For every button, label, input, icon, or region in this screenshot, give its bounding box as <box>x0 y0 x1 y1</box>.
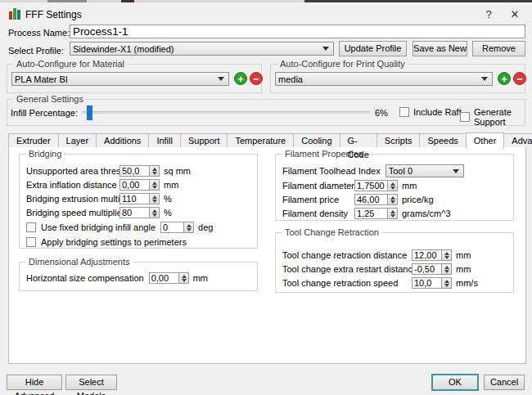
extra-inflation-distance-input[interactable] <box>119 179 149 191</box>
help-button[interactable]: ? <box>478 7 499 23</box>
filament-price-input[interactable] <box>354 194 387 205</box>
tool-change-retraction-distance-spinner[interactable] <box>412 249 452 261</box>
profile-dropdown[interactable]: Sidewinder-X1 (modified) <box>70 42 334 56</box>
tool-change-extra-restart-unit: mm <box>456 264 471 274</box>
tab-temperature[interactable]: Temperature <box>227 133 294 147</box>
app-logo-icon <box>9 8 20 20</box>
auto-configure-quality-title: Auto-Configure for Print Quality <box>277 59 408 69</box>
fixed-bridging-angle-input[interactable] <box>160 222 183 233</box>
bridging-speed-multiplier-input[interactable] <box>119 207 149 218</box>
cancel-button[interactable]: Cancel <box>484 375 525 390</box>
tab-infill[interactable]: Infill <box>148 133 181 147</box>
fixed-bridging-angle-unit: deg <box>198 222 213 232</box>
spin-buttons[interactable] <box>149 193 160 204</box>
filament-density-label: Filament density <box>282 209 354 218</box>
filament-diameter-spinner[interactable] <box>354 180 398 191</box>
tab-advanced[interactable]: Advanced <box>503 133 532 147</box>
spin-buttons[interactable] <box>441 277 452 289</box>
tool-change-extra-restart-input[interactable] <box>412 263 441 275</box>
spin-buttons[interactable] <box>149 207 160 218</box>
tool-change-retraction-speed-input[interactable] <box>412 277 441 289</box>
auto-configure-quality-group: Auto-Configure for Print Quality media +… <box>270 64 525 93</box>
other-tab-panel: Bridging Unsupported area threshold sq m… <box>8 146 526 364</box>
tab-other[interactable]: Other <box>466 132 505 149</box>
unsupported-area-threshold-input[interactable] <box>119 165 149 177</box>
auto-configure-material-group: Auto-Configure for Material PLA Mater BI… <box>7 64 262 93</box>
include-raft-checkbox[interactable] <box>399 107 409 117</box>
generate-support-checkbox[interactable] <box>460 112 470 122</box>
tool-change-extra-restart-spinner[interactable] <box>412 263 452 275</box>
remove-button[interactable]: Remove <box>472 41 525 56</box>
tab-cooling[interactable]: Cooling <box>293 133 340 147</box>
spin-buttons[interactable] <box>183 222 194 233</box>
unsupported-area-threshold-spinner[interactable] <box>119 165 160 177</box>
spin-buttons[interactable] <box>149 165 160 177</box>
filament-density-spinner[interactable] <box>354 208 398 219</box>
filament-diameter-input[interactable] <box>354 180 387 191</box>
spin-buttons[interactable] <box>387 180 398 191</box>
tool-change-retraction-speed-spinner[interactable] <box>412 277 452 289</box>
window-title: FFF Settings <box>25 9 82 20</box>
spin-buttons[interactable] <box>178 272 189 284</box>
bridging-extrusion-multiplier-spinner[interactable] <box>119 193 160 204</box>
material-value: PLA Mater BI <box>15 74 218 84</box>
unsupported-area-threshold-label: Unsupported area threshold <box>26 166 119 176</box>
tab-scripts[interactable]: Scripts <box>376 133 421 147</box>
filament-toolhead-row: Filament Toolhead Index Tool 0 <box>282 164 513 177</box>
horizontal-size-compensation-label: Horizontal size compensation <box>26 273 144 283</box>
horizontal-size-compensation-unit: mm <box>193 273 208 283</box>
chevron-down-icon <box>481 77 488 81</box>
spin-buttons[interactable] <box>441 263 452 275</box>
filament-density-input[interactable] <box>354 208 387 219</box>
extra-inflation-distance-label: Extra inflation distance <box>26 180 119 190</box>
infill-slider[interactable] <box>82 111 370 114</box>
add-material-button[interactable]: + <box>234 72 247 85</box>
fixed-bridging-angle-spinner[interactable] <box>160 222 194 233</box>
bridging-extrusion-multiplier-input[interactable] <box>119 193 149 204</box>
add-quality-button[interactable]: + <box>498 72 511 85</box>
filament-price-unit: price/kg <box>402 195 434 204</box>
tab-support[interactable]: Support <box>180 133 228 147</box>
spin-buttons[interactable] <box>441 249 452 261</box>
title-bar: FFF Settings ? ✕ <box>0 2 532 25</box>
tab-gcode[interactable]: G-Code <box>340 133 377 147</box>
spin-buttons[interactable] <box>387 194 398 205</box>
tab-extruder[interactable]: Extruder <box>8 133 59 147</box>
infill-slider-handle[interactable] <box>87 105 92 120</box>
quality-dropdown[interactable]: media <box>275 72 493 86</box>
bridging-extrusion-multiplier-unit: % <box>164 194 172 204</box>
horizontal-size-compensation-input[interactable] <box>149 272 178 284</box>
material-dropdown[interactable]: PLA Mater BI <box>11 72 229 86</box>
horizontal-size-compensation-spinner[interactable] <box>149 272 189 284</box>
bridging-perimeters-checkbox[interactable] <box>26 237 36 247</box>
select-models-button[interactable]: Select Models <box>65 375 117 390</box>
tool-change-extra-restart-row: Tool change extra restart distance mm <box>282 263 513 275</box>
hide-advanced-button[interactable]: Hide Advanced <box>7 375 62 390</box>
filament-properties-group: Filament Properties Filament Toolhead In… <box>275 154 514 221</box>
fixed-bridging-angle-checkbox[interactable] <box>26 222 36 232</box>
process-name-label: Process Name: <box>8 28 70 38</box>
filament-density-row: Filament density grams/cm^3 <box>282 208 513 219</box>
fixed-bridging-angle-label: Use fixed bridging infill angle <box>41 222 156 232</box>
generate-support-option[interactable]: Generate Support <box>460 107 532 127</box>
process-name-input[interactable] <box>70 25 525 38</box>
save-as-new-button[interactable]: Save as New <box>413 41 467 56</box>
tab-speeds[interactable]: Speeds <box>419 133 466 147</box>
filament-price-spinner[interactable] <box>354 194 398 205</box>
remove-material-button[interactable]: − <box>250 72 263 85</box>
tab-layer[interactable]: Layer <box>58 133 97 147</box>
dimensional-adjustments-title: Dimensional Adjustments <box>26 257 133 267</box>
bridging-speed-multiplier-spinner[interactable] <box>119 207 160 218</box>
filament-toolhead-dropdown[interactable]: Tool 0 <box>385 164 464 177</box>
ok-button[interactable]: OK <box>431 374 479 391</box>
update-profile-button[interactable]: Update Profile <box>339 41 407 56</box>
close-button[interactable]: ✕ <box>504 7 525 23</box>
spin-buttons[interactable] <box>387 208 398 219</box>
spin-buttons[interactable] <box>149 179 160 191</box>
remove-quality-button[interactable]: − <box>513 72 526 85</box>
tool-change-retraction-distance-input[interactable] <box>412 249 441 261</box>
extra-inflation-distance-spinner[interactable] <box>119 179 160 191</box>
include-raft-option[interactable]: Include Raft <box>399 107 462 117</box>
general-settings-title: General Settings <box>14 94 86 104</box>
tab-additions[interactable]: Additions <box>96 133 149 147</box>
